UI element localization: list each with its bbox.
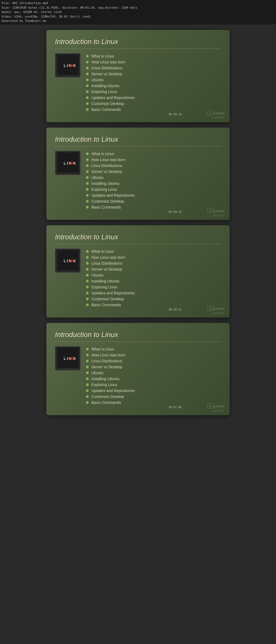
slide-card-3: Introduction to Linux LIN ☠ X What is Li… (46, 225, 230, 318)
onclick-academy-label-3: Academy (208, 306, 225, 311)
bullet-text: Updates and Repositories (91, 193, 135, 197)
slides-container: Introduction to Linux LIN ☠ X What is Li… (0, 30, 276, 415)
bullet-dot (86, 377, 89, 380)
bullet-text: Exploring Linux (91, 285, 117, 289)
bullet-text: How Linux was born (91, 158, 125, 162)
bullet-text: What is Linux (91, 249, 114, 254)
bullet-item: Ubuntu (86, 77, 221, 83)
bullet-dot (86, 67, 89, 69)
bullet-list-4: What is Linux How Linux was born Linux D… (86, 346, 221, 406)
file-info-line4: Video: h264, yuv420p, 1280x720, 30.03 fp… (2, 15, 274, 19)
bullet-dot (86, 61, 89, 63)
bullet-item: Updates and Repositories (86, 388, 221, 394)
bullet-item: Customize Desktop (86, 101, 221, 107)
bullet-text: How Linux was born (91, 353, 125, 357)
bullet-dot (86, 383, 89, 386)
bullet-item: Basic Commands (86, 400, 221, 406)
slide-wrapper-1: Introduction to Linux LIN ☠ X What is Li… (46, 30, 230, 122)
bullet-text: What is Linux (91, 54, 114, 58)
bullet-text: Customize Desktop (91, 199, 124, 203)
file-info-line3: Audio: aac, 44100 Hz, stereo (und) (2, 10, 274, 15)
svg-text:X: X (73, 161, 76, 165)
bullet-item: Basic Commands (86, 107, 221, 113)
bracket-icon: A (208, 404, 213, 408)
bullet-item: Server vs Desktop (86, 169, 221, 175)
bracket-icon: A (208, 208, 213, 213)
bullet-dot (86, 200, 89, 203)
bullet-text: What is Linux (91, 152, 114, 156)
bullet-item: Ubuntu (86, 272, 221, 278)
bullet-text: Ubuntu (91, 371, 104, 375)
bullet-dot (86, 292, 89, 294)
linux-logo-3: LIN ☠ X (55, 248, 81, 273)
udemy-label-2: udemy (212, 213, 225, 217)
slide-wrapper-2: Introduction to Linux LIN ☠ X What is Li… (46, 128, 230, 220)
bullet-dot (86, 286, 89, 288)
bullet-item: How Linux was born (86, 59, 221, 65)
onclick-academy-label-4: Academy (208, 404, 225, 408)
bullet-list-3: What is Linux How Linux was born Linux D… (86, 248, 221, 308)
bullet-list-2: What is Linux How Linux was born Linux D… (86, 151, 221, 210)
bullet-text: How Linux was born (91, 255, 125, 260)
bullet-item: What is Linux (86, 346, 221, 352)
bullet-dot (86, 366, 89, 368)
udemy-label-3: udemy (212, 311, 225, 315)
bullet-text: What is Linux (91, 347, 114, 351)
bullet-dot (86, 170, 89, 173)
bullet-text: Customize Desktop (91, 101, 124, 106)
slide-wrapper-3: Introduction to Linux LIN ☠ X What is Li… (46, 225, 230, 318)
bullet-dot (86, 250, 89, 253)
bullet-dot (86, 360, 89, 362)
bullet-text: Exploring Linux (91, 383, 117, 387)
svg-text:X: X (73, 63, 76, 68)
bullet-dot (86, 298, 89, 300)
bullet-item: Customize Desktop (86, 394, 221, 400)
bullet-text: Updates and Repositories (91, 291, 135, 295)
slide-card-1: Introduction to Linux LIN ☠ X What is Li… (46, 30, 230, 122)
bullet-text: Installing Ubuntu (91, 377, 119, 381)
bullet-item: Linux Distributions (86, 260, 221, 266)
bullet-item: Linux Distributions (86, 65, 221, 71)
bullet-dot (86, 268, 89, 271)
bullet-text: Server vs Desktop (91, 267, 122, 271)
bullet-item: Exploring Linux (86, 89, 221, 95)
bullet-item: How Linux was born (86, 157, 221, 163)
bullet-text: Linux Distributions (91, 163, 122, 168)
slide-card-2: Introduction to Linux LIN ☠ X What is Li… (46, 128, 230, 220)
bullet-item: Installing Ubuntu (86, 376, 221, 382)
bullet-item: Exploring Linux (86, 382, 221, 388)
bullet-text: Ubuntu (91, 175, 104, 180)
bullet-text: Ubuntu (91, 78, 104, 82)
onclick-academy-label-2: Academy (208, 208, 225, 213)
bullet-text: Ubuntu (91, 273, 104, 277)
bullet-dot (86, 90, 89, 93)
bullet-item: Server vs Desktop (86, 71, 221, 77)
bracket-icon: A (208, 306, 213, 311)
slide-content-3: LIN ☠ X What is Linux How Linux was born… (55, 248, 221, 308)
bullet-text: Installing Ubuntu (91, 181, 119, 186)
bullet-text: Basic Commands (91, 400, 121, 405)
bullet-item: Basic Commands (86, 204, 221, 210)
bullet-dot (86, 84, 89, 87)
bullet-dot (86, 152, 89, 155)
file-info-line2: Size: 11863438 bytes (11.31 MiB), durati… (2, 6, 274, 10)
bullet-text: Basic Commands (91, 107, 121, 112)
bullet-item: Updates and Repositories (86, 290, 221, 296)
bullet-text: Customize Desktop (91, 394, 124, 399)
bullet-dot (86, 194, 89, 197)
bullet-item: Exploring Linux (86, 284, 221, 290)
bullet-dot (86, 164, 89, 167)
bullet-dot (86, 108, 89, 111)
slide-content-2: LIN ☠ X What is Linux How Linux was born… (55, 151, 221, 210)
bracket-icon: A (208, 111, 213, 115)
file-info-line5: Generated by Thumbnail me (2, 19, 274, 23)
bullet-item: Installing Ubuntu (86, 83, 221, 89)
bullet-item: Updates and Repositories (86, 192, 221, 198)
bullet-item: Exploring Linux (86, 186, 221, 192)
bullet-dot (86, 280, 89, 282)
bullet-item: Customize Desktop (86, 198, 221, 204)
bullet-dot (86, 256, 89, 259)
bullet-item: Linux Distributions (86, 358, 221, 364)
bullet-item: Ubuntu (86, 175, 221, 180)
bullet-dot (86, 372, 89, 374)
